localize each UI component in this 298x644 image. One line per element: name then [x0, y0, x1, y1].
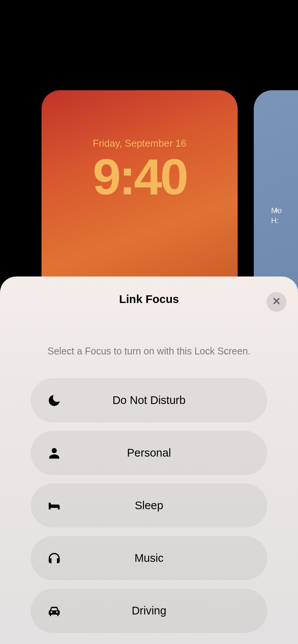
- focus-item-sleep[interactable]: Sleep: [31, 483, 267, 528]
- lockscreen-time: 9:40: [42, 148, 238, 206]
- lockscreen-date: Friday, September 16: [42, 138, 238, 149]
- focus-list: Do Not Disturb Personal Sleep Music Driv: [12, 378, 286, 633]
- sheet-header: Link Focus: [12, 293, 286, 306]
- focus-item-label: Do Not Disturb: [31, 394, 267, 407]
- focus-item-do-not-disturb[interactable]: Do Not Disturb: [31, 378, 267, 422]
- moon-icon: [46, 392, 62, 409]
- focus-item-label: Sleep: [31, 499, 267, 512]
- car-icon: [46, 603, 62, 619]
- close-icon: [272, 297, 281, 307]
- link-focus-sheet: Link Focus Select a Focus to turn on wit…: [0, 276, 298, 644]
- focus-item-driving[interactable]: Driving: [31, 589, 267, 633]
- person-icon: [46, 445, 62, 461]
- weather-widget-text: Mo H:: [271, 205, 282, 225]
- sheet-subtitle: Select a Focus to turn on with this Lock…: [12, 346, 286, 357]
- focus-item-label: Personal: [31, 447, 267, 459]
- close-button[interactable]: [266, 292, 286, 312]
- sheet-title: Link Focus: [12, 293, 286, 306]
- focus-item-label: Driving: [31, 604, 267, 617]
- focus-item-personal[interactable]: Personal: [31, 431, 267, 475]
- focus-item-music[interactable]: Music: [31, 536, 267, 580]
- bed-icon: [46, 498, 62, 514]
- focus-item-label: Music: [31, 552, 267, 565]
- headphones-icon: [46, 550, 62, 566]
